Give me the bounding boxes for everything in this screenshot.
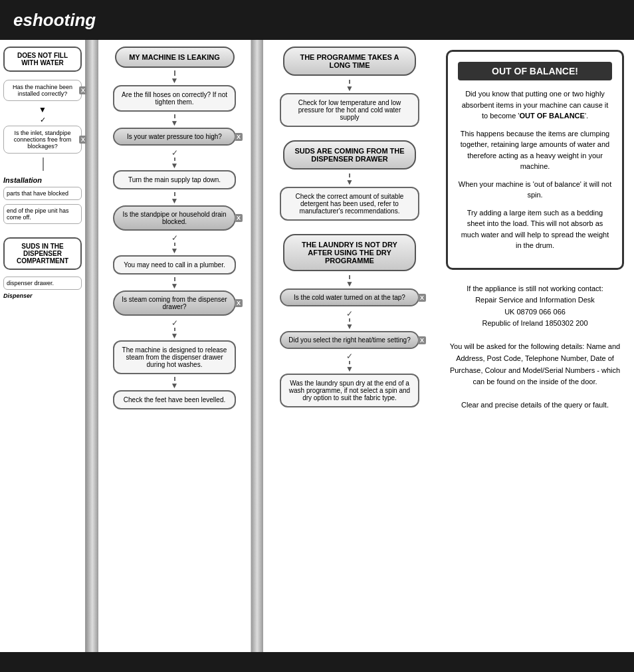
leaking-title: MY MACHINE IS LEAKING: [115, 47, 235, 68]
contact-line4: Republic of Ireland 1850302 200: [446, 318, 624, 330]
suds-step1: Check the correct amount of suitable det…: [280, 187, 419, 221]
check-1: ✓: [3, 116, 82, 124]
leaking-step4-a: The machine is designed to release steam…: [113, 340, 236, 374]
arrow-dry-2: ▼: [346, 322, 354, 331]
leaking-step4-q: Is steam coming from the dispenser drawe…: [113, 290, 236, 316]
leaking-step5: Check the feet have been levelled.: [113, 390, 236, 409]
out-of-balance-para3: When your machine is 'out of balance' it…: [458, 179, 612, 201]
left-section2-title: Installation: [3, 176, 82, 184]
pipe-connector-right: [251, 40, 263, 652]
left-item-5: dispenser drawer.: [3, 277, 82, 290]
leaking-step2-a: Turn the main supply tap down.: [113, 170, 236, 189]
leaking-step3-q: Is the standpipe or household drain bloc…: [113, 205, 236, 231]
arrow-suds-1: ▼: [346, 177, 354, 187]
arrow-leaking-5: ▼: [171, 246, 179, 255]
out-of-balance-title: OUT OF BALANCE!: [458, 62, 612, 80]
arrow-leaking-7: ▼: [171, 331, 179, 340]
arrow-leaking-3: ▼: [171, 161, 179, 170]
left-item-6: Dispenser: [3, 292, 82, 299]
out-of-balance-para2: This happens because the items are clump…: [458, 128, 612, 172]
contact-box: If the appliance is still not working co…: [446, 283, 624, 412]
left-item-3: parts that have blocked: [3, 187, 82, 200]
leaking-step2-q: Is your water pressure too high?: [113, 128, 236, 146]
out-of-balance-box: OUT OF BALANCE! Did you know that puttin…: [446, 50, 624, 270]
left-item-1: Has the machine been installed correctly…: [3, 80, 82, 101]
check-leaking-2: ✓: [171, 233, 178, 243]
check-dry-1: ✓: [346, 309, 353, 318]
out-of-balance-para1: Did you know that putting one or two hig…: [458, 88, 612, 122]
check-dry-2: ✓: [346, 352, 353, 361]
arrow-leaking-2: ▼: [171, 118, 179, 128]
check-leaking-1: ✓: [171, 148, 178, 158]
x-marker-leaking-3: X: [235, 299, 243, 307]
left-item-2: Is the inlet, standpipe connections free…: [3, 126, 82, 154]
not-dry-title: THE LAUNDRY IS NOT DRY AFTER USING THE D…: [283, 234, 416, 271]
contact-line2: Repair Service and Information Desk: [446, 294, 624, 306]
arrow-1: ▼: [3, 105, 82, 114]
left-item-4: end of the pipe unit has come off.: [3, 204, 82, 224]
footer-bar: [0, 652, 634, 672]
left-panel: DOES NOT FILL WITH WATER Has the machine…: [0, 40, 86, 652]
suds-title: SUDS ARE COMING FROM THE DISPENSER DRAWE…: [283, 140, 416, 169]
arrow-dry-1: ▼: [346, 279, 354, 288]
arrow-leaking-6: ▼: [171, 281, 179, 290]
x-marker-dry-2: X: [418, 336, 426, 344]
arrow-dry-3: ▼: [346, 364, 354, 374]
leaking-step1: Are the fill hoses on correctly? If not …: [113, 85, 236, 112]
leaking-panel: MY MACHINE IS LEAKING ▼ Are the fill hos…: [98, 40, 251, 652]
x-marker-dry-1: X: [418, 294, 426, 302]
info-column: OUT OF BALANCE! Did you know that puttin…: [436, 40, 634, 652]
pipe-connector-left: [86, 40, 98, 652]
left-title-3: SUDS IN THE DISPENSER COMPARTMENT: [3, 237, 82, 270]
contact-line6: Clear and precise details of the query o…: [446, 399, 624, 411]
flow-column-right: THE PROGRAMME TAKES A LONG TIME ▼ Check …: [263, 40, 436, 652]
left-title-1: DOES NOT FILL WITH WATER: [9, 52, 76, 66]
out-of-balance-para4: Try adding a large item such as a beddin…: [458, 207, 612, 251]
x-marker-leaking-2: X: [235, 214, 243, 222]
arrow-prog-1: ▼: [346, 84, 354, 93]
arrow-leaking-1: ▼: [171, 76, 179, 85]
programme-long-step1: Check for low temperature and low pressu…: [280, 93, 419, 127]
main-content: DOES NOT FILL WITH WATER Has the machine…: [0, 40, 634, 652]
arrow-leaking-4: ▼: [171, 196, 179, 205]
contact-line3: UK 08709 066 066: [446, 306, 624, 318]
header-title: eshooting: [13, 10, 96, 31]
programme-long-title: THE PROGRAMME TAKES A LONG TIME: [283, 47, 416, 76]
x-marker-leaking-1: X: [235, 133, 243, 141]
contact-line1: If the appliance is still not working co…: [446, 283, 624, 295]
contact-line5: You will be asked for the following deta…: [446, 341, 624, 388]
header-bar: eshooting: [0, 0, 634, 40]
arrow-leaking-8: ▼: [171, 381, 179, 390]
not-dry-step1-q: Is the cold water turned on at the tap?: [280, 288, 419, 306]
leaking-step3-a: You may need to call in a plumber.: [113, 255, 236, 275]
not-dry-step2-q: Did you select the right heat/time setti…: [280, 331, 419, 349]
not-dry-step3: Was the laundry spun dry at the end of a…: [280, 374, 419, 407]
check-leaking-3: ✓: [171, 318, 178, 328]
